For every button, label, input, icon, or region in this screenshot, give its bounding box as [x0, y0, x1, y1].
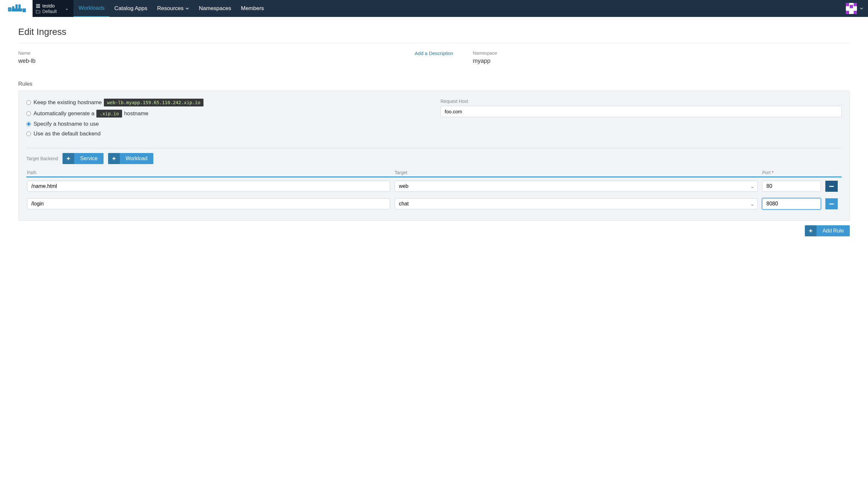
- head-target: Target: [395, 170, 757, 175]
- minus-icon: [829, 204, 834, 205]
- rule-row: ⌄: [26, 177, 842, 195]
- nav-workloads[interactable]: Workloads: [73, 0, 110, 17]
- nav-resources[interactable]: Resources: [152, 0, 194, 17]
- rancher-logo-icon: [7, 3, 27, 14]
- xipio-code-chip: .xip.io: [96, 110, 122, 118]
- radio-keep-hostname[interactable]: Keep the existing hostname web-lb.myapp.…: [26, 99, 428, 106]
- plus-icon: [66, 157, 70, 160]
- svg-rect-1: [12, 8, 22, 11]
- target-backend-label: Target Backend: [26, 156, 58, 161]
- add-service-button[interactable]: Service: [63, 153, 103, 164]
- top-nav: testdo Default ⌄ Workloads Catalog Apps …: [0, 0, 868, 17]
- namespace-scope: Default: [42, 9, 57, 14]
- head-port: Port *: [762, 170, 821, 175]
- path-input[interactable]: [27, 181, 390, 192]
- nav-items: Workloads Catalog Apps Resources Namespa…: [73, 0, 269, 17]
- plus-icon: [112, 157, 116, 160]
- svg-rect-7: [36, 4, 40, 5]
- rules-box: Keep the existing hostname web-lb.myapp.…: [18, 91, 850, 221]
- project-selector[interactable]: testdo Default ⌄: [33, 0, 73, 17]
- radio-auto-hostname[interactable]: Automatically generate a .xip.io hostnam…: [26, 110, 428, 118]
- divider: [26, 148, 842, 149]
- name-col: Name web-lb: [18, 51, 395, 64]
- rules-section-title: Rules: [18, 81, 850, 87]
- rule-row: ⌄: [26, 195, 842, 213]
- chevron-down-icon: [185, 6, 189, 10]
- add-workload-button[interactable]: Workload: [108, 153, 153, 164]
- remove-rule-button[interactable]: [825, 198, 838, 209]
- radio-keep-input[interactable]: [26, 100, 31, 105]
- project-name: testdo: [42, 3, 55, 8]
- namespace-value: myapp: [473, 58, 850, 64]
- meta-row: Name web-lb Add a Description Namespace …: [18, 51, 850, 64]
- remove-rule-button[interactable]: [825, 181, 838, 192]
- svg-rect-2: [23, 8, 26, 12]
- target-backend-row: Target Backend Service Workload: [26, 153, 842, 164]
- radio-auto-input[interactable]: [26, 111, 31, 116]
- name-label: Name: [18, 51, 395, 56]
- target-select[interactable]: ⌄: [395, 198, 757, 209]
- path-input[interactable]: [27, 198, 390, 209]
- page-title: Edit Ingress: [18, 27, 850, 37]
- request-host-label: Request Host: [440, 99, 842, 104]
- port-input[interactable]: [762, 198, 821, 209]
- target-select[interactable]: ⌄: [395, 181, 757, 192]
- chevron-down-icon: [860, 6, 863, 10]
- hostname-mode-group: Keep the existing hostname web-lb.myapp.…: [26, 99, 428, 140]
- stack-icon: [36, 4, 40, 8]
- head-path: Path: [27, 170, 390, 175]
- folder-icon: [36, 9, 40, 13]
- svg-point-6: [9, 9, 10, 9]
- chevron-down-icon: ⌄: [65, 6, 68, 11]
- page-content: Edit Ingress Name web-lb Add a Descripti…: [0, 17, 868, 246]
- svg-rect-8: [36, 5, 40, 6]
- hostname-code-chip: web-lb.myapp.159.65.110.242.xip.io: [104, 99, 204, 106]
- request-host-input[interactable]: [440, 106, 842, 117]
- svg-rect-4: [19, 4, 21, 8]
- radio-default-backend[interactable]: Use as the default backend: [26, 130, 428, 137]
- rule-table: Path Target Port * ⌄ ⌄: [26, 170, 842, 213]
- port-input[interactable]: [762, 181, 821, 192]
- svg-rect-9: [36, 7, 40, 8]
- nav-members[interactable]: Members: [236, 0, 269, 17]
- name-value: web-lb: [18, 58, 395, 64]
- radio-specify-input[interactable]: [26, 122, 31, 126]
- minus-icon: [829, 186, 834, 187]
- plus-icon: [809, 229, 813, 233]
- nav-catalog-apps[interactable]: Catalog Apps: [110, 0, 152, 17]
- rule-table-head: Path Target Port *: [26, 170, 842, 177]
- namespace-label: Namespace: [473, 51, 850, 56]
- add-description-link[interactable]: Add a Description: [415, 51, 453, 56]
- desc-col: Add a Description: [415, 51, 453, 56]
- add-rule-button[interactable]: Add Rule: [805, 225, 850, 236]
- user-menu[interactable]: [841, 0, 868, 17]
- avatar-icon: [846, 3, 857, 14]
- namespace-col: Namespace myapp: [473, 51, 850, 64]
- logo-box: [0, 0, 33, 17]
- svg-rect-5: [12, 6, 14, 9]
- radio-default-input[interactable]: [26, 131, 31, 136]
- nav-namespaces[interactable]: Namespaces: [194, 0, 236, 17]
- request-host-field: Request Host: [440, 99, 842, 140]
- svg-rect-3: [15, 4, 18, 8]
- radio-specify-hostname[interactable]: Specify a hostname to use: [26, 121, 428, 127]
